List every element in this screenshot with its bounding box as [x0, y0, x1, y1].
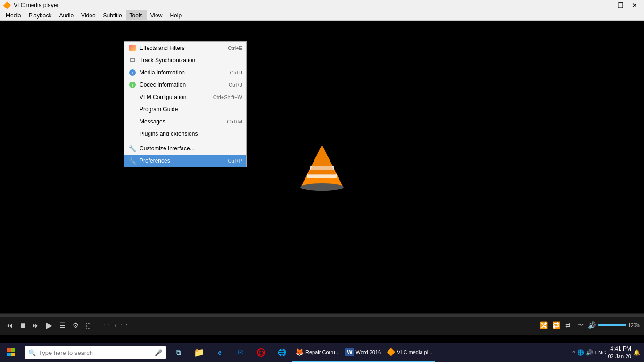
system-clock[interactable]: 4:41 PM 02-Jan-20: [608, 346, 631, 360]
codec-info-label: Codec Information: [140, 82, 226, 88]
minimize-button[interactable]: —: [600, 0, 613, 10]
mail-icon: ✉: [238, 348, 244, 357]
svg-rect-7: [7, 353, 11, 356]
speaker-icon[interactable]: 🔊: [586, 349, 593, 356]
ie-icon: 🌐: [278, 348, 287, 357]
controls-bar: ⏮ ⏹ ⏭ ▶ ☰ ⚙ ⬚ --:--:-- / --:--:-- 🔀 🔁 ⇄ …: [0, 313, 644, 335]
program-guide-icon: [128, 105, 137, 114]
svg-rect-8: [11, 353, 15, 356]
restore-button[interactable]: ❐: [614, 0, 627, 10]
svg-rect-5: [7, 348, 11, 352]
taskbar-app-opera[interactable]: O: [251, 343, 272, 362]
menu-item-customize[interactable]: 🔧 Customize Interface...: [124, 142, 246, 155]
menu-tools[interactable]: Tools: [126, 10, 147, 20]
menu-audio[interactable]: Audio: [55, 10, 77, 20]
customize-icon: 🔧: [128, 144, 137, 153]
taskbar: 🔍 🎤 ⧉ 📁 e ✉ O 🌐 🦊 Repair Corru... W Word…: [0, 343, 644, 362]
search-area[interactable]: 🔍 🎤: [25, 346, 166, 359]
clock-time: 4:41 PM: [608, 346, 631, 353]
app-icon: 🔶: [3, 1, 11, 9]
word-icon: W: [345, 348, 354, 356]
codec-info-shortcut: Ctrl+J: [229, 82, 242, 88]
random-button[interactable]: ⇄: [562, 320, 574, 331]
menu-item-track-sync[interactable]: Track Synchronization: [124, 54, 246, 66]
toggle-shuffle-button[interactable]: 🔀: [538, 320, 549, 331]
effects-icon: [128, 44, 137, 52]
vlc-logo: [298, 140, 346, 197]
language-indicator[interactable]: ENG: [595, 350, 606, 355]
search-input[interactable]: [39, 349, 152, 356]
stop-button[interactable]: ⏹: [17, 320, 28, 331]
task-view-icon: ⧉: [176, 348, 181, 357]
start-button[interactable]: [0, 343, 23, 362]
vlm-label: VLM Configuration: [140, 94, 210, 100]
volume-bar[interactable]: [598, 324, 626, 326]
menu-video[interactable]: Video: [77, 10, 99, 20]
svg-marker-4: [308, 145, 336, 175]
controls-right: 🔀 🔁 ⇄ 〜: [538, 320, 586, 331]
task-view-button[interactable]: ⧉: [168, 343, 189, 362]
menu-item-plugins[interactable]: Plugins and extensions: [124, 128, 246, 140]
menu-media[interactable]: Media: [2, 10, 25, 20]
taskbar-app-word[interactable]: W Word 2016: [342, 343, 384, 362]
menu-item-media-info[interactable]: i Media Information Ctrl+I: [124, 66, 246, 79]
preferences-shortcut: Ctrl+P: [228, 158, 242, 164]
tools-dropdown-menu: Effects and Filters Ctrl+E Track Synchro…: [124, 41, 247, 167]
menu-view[interactable]: View: [147, 10, 166, 20]
vlc-taskbar-icon: 🔶: [387, 348, 396, 356]
plugins-icon: [128, 130, 137, 138]
seek-bar[interactable]: [0, 314, 644, 317]
loop-button[interactable]: 🔁: [550, 320, 561, 331]
menu-separator-1: [124, 141, 246, 141]
effects-shortcut: Ctrl+E: [228, 45, 242, 51]
volume-fill: [598, 324, 626, 326]
plugins-label: Plugins and extensions: [140, 131, 239, 137]
toggle-playlist-button[interactable]: ☰: [57, 320, 68, 331]
frame-step-button[interactable]: ⬚: [83, 320, 94, 331]
visualizations-button[interactable]: 〜: [575, 320, 586, 331]
skip-back-button[interactable]: ⏮: [4, 320, 15, 331]
taskbar-app-mail[interactable]: ✉: [230, 343, 251, 362]
opera-icon: O: [257, 348, 265, 357]
taskbar-app-explorer[interactable]: 📁: [189, 343, 209, 362]
show-hidden-icon[interactable]: ^: [572, 350, 575, 355]
media-info-shortcut: Ctrl+I: [230, 70, 242, 75]
word-label: Word 2016: [355, 349, 381, 355]
controls-row: ⏮ ⏹ ⏭ ▶ ☰ ⚙ ⬚ --:--:-- / --:--:-- 🔀 🔁 ⇄ …: [0, 317, 644, 334]
vlm-icon: [128, 93, 137, 101]
messages-icon: [128, 117, 137, 126]
edge-icon: e: [218, 348, 221, 357]
firefox-icon: 🦊: [295, 348, 304, 356]
taskbar-app-ie[interactable]: 🌐: [272, 343, 292, 362]
clock-date: 02-Jan-20: [608, 353, 631, 360]
app-title: VLC media player: [14, 2, 58, 8]
menu-item-messages[interactable]: Messages Ctrl+M: [124, 115, 246, 128]
play-button[interactable]: ▶: [43, 320, 55, 331]
vlc-label: VLC media pl...: [397, 349, 432, 355]
extended-settings-button[interactable]: ⚙: [70, 320, 81, 331]
vlm-shortcut: Ctrl+Shift+W: [213, 94, 242, 100]
taskbar-app-repair[interactable]: 🦊 Repair Corru...: [292, 343, 342, 362]
menu-item-preferences[interactable]: 🔧 Preferences Ctrl+P: [124, 155, 246, 167]
track-sync-icon: [128, 56, 137, 65]
messages-shortcut: Ctrl+M: [227, 119, 242, 124]
menu-subtitle[interactable]: Subtitle: [99, 10, 126, 20]
microphone-icon[interactable]: 🎤: [155, 349, 162, 356]
menu-item-vlm[interactable]: VLM Configuration Ctrl+Shift+W: [124, 91, 246, 103]
notifications-icon[interactable]: 🔔: [633, 349, 640, 356]
network-icon[interactable]: 🌐: [577, 349, 584, 356]
skip-forward-button[interactable]: ⏭: [30, 320, 41, 331]
menu-playback[interactable]: Playback: [25, 10, 56, 20]
menu-help[interactable]: Help: [166, 10, 185, 20]
media-info-icon: i: [128, 68, 137, 77]
menu-bar: Media Playback Audio Video Subtitle Tool…: [0, 10, 644, 21]
media-info-label: Media Information: [140, 69, 227, 76]
menu-item-codec-info[interactable]: i Codec Information Ctrl+J: [124, 79, 246, 91]
codec-info-icon: i: [128, 81, 137, 89]
taskbar-app-vlc[interactable]: 🔶 VLC media pl...: [384, 343, 435, 362]
menu-item-effects[interactable]: Effects and Filters Ctrl+E: [124, 42, 246, 54]
taskbar-app-edge[interactable]: e: [209, 343, 230, 362]
volume-icon: 🔊: [588, 321, 596, 329]
menu-item-program-guide[interactable]: Program Guide: [124, 103, 246, 115]
close-button[interactable]: ✕: [628, 0, 641, 10]
